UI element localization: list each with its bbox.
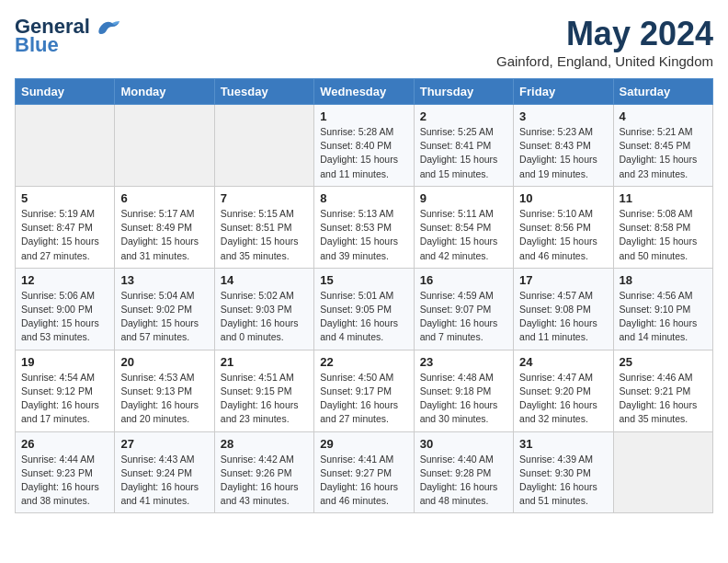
day-info: Sunrise: 4:50 AM Sunset: 9:17 PM Dayligh… (320, 371, 407, 427)
calendar-cell: 30Sunrise: 4:40 AM Sunset: 9:28 PM Dayli… (414, 431, 513, 513)
calendar-cell: 22Sunrise: 4:50 AM Sunset: 9:17 PM Dayli… (314, 350, 414, 431)
day-number: 28 (221, 437, 308, 451)
day-info: Sunrise: 4:54 AM Sunset: 9:12 PM Dayligh… (21, 371, 108, 427)
day-number: 3 (519, 109, 607, 123)
day-info: Sunrise: 4:48 AM Sunset: 9:18 PM Dayligh… (420, 371, 507, 427)
day-number: 19 (21, 355, 108, 369)
day-info: Sunrise: 4:59 AM Sunset: 9:07 PM Dayligh… (420, 289, 507, 345)
day-info: Sunrise: 5:23 AM Sunset: 8:43 PM Dayligh… (519, 125, 607, 181)
header-wednesday: Wednesday (314, 79, 414, 105)
day-number: 29 (320, 437, 407, 451)
day-number: 15 (320, 273, 407, 287)
day-info: Sunrise: 4:46 AM Sunset: 9:21 PM Dayligh… (620, 371, 707, 427)
calendar-cell: 12Sunrise: 5:06 AM Sunset: 9:00 PM Dayli… (16, 268, 115, 350)
day-number: 11 (620, 191, 707, 205)
calendar-cell: 14Sunrise: 5:02 AM Sunset: 9:03 PM Dayli… (214, 268, 313, 350)
calendar-cell: 23Sunrise: 4:48 AM Sunset: 9:18 PM Dayli… (414, 350, 513, 431)
day-number: 9 (420, 191, 507, 205)
calendar-cell: 2Sunrise: 5:25 AM Sunset: 8:41 PM Daylig… (414, 105, 513, 187)
day-info: Sunrise: 5:01 AM Sunset: 9:05 PM Dayligh… (320, 289, 407, 345)
calendar-cell: 18Sunrise: 4:56 AM Sunset: 9:10 PM Dayli… (613, 268, 712, 350)
day-info: Sunrise: 5:28 AM Sunset: 8:40 PM Dayligh… (320, 125, 407, 181)
calendar-week-row: 1Sunrise: 5:28 AM Sunset: 8:40 PM Daylig… (16, 105, 713, 187)
day-info: Sunrise: 5:10 AM Sunset: 8:56 PM Dayligh… (519, 207, 607, 263)
day-info: Sunrise: 5:19 AM Sunset: 8:47 PM Dayligh… (21, 207, 108, 263)
calendar-header-row: SundayMondayTuesdayWednesdayThursdayFrid… (16, 79, 713, 105)
location-text: Gainford, England, United Kingdom (496, 53, 713, 69)
calendar-cell: 7Sunrise: 5:15 AM Sunset: 8:51 PM Daylig… (214, 186, 313, 268)
page-header: General Blue May 2024 Gainford, England,… (15, 15, 713, 69)
day-info: Sunrise: 5:02 AM Sunset: 9:03 PM Dayligh… (221, 289, 308, 345)
calendar-cell: 31Sunrise: 4:39 AM Sunset: 9:30 PM Dayli… (514, 431, 613, 513)
calendar-week-row: 5Sunrise: 5:19 AM Sunset: 8:47 PM Daylig… (16, 186, 713, 268)
day-number: 7 (221, 191, 308, 205)
day-number: 12 (21, 273, 108, 287)
day-info: Sunrise: 5:11 AM Sunset: 8:54 PM Dayligh… (420, 207, 507, 263)
calendar-week-row: 26Sunrise: 4:44 AM Sunset: 9:23 PM Dayli… (16, 431, 713, 513)
day-info: Sunrise: 4:39 AM Sunset: 9:30 PM Dayligh… (519, 453, 607, 509)
day-number: 22 (320, 355, 407, 369)
day-info: Sunrise: 4:51 AM Sunset: 9:15 PM Dayligh… (221, 371, 308, 427)
calendar-cell: 4Sunrise: 5:21 AM Sunset: 8:45 PM Daylig… (613, 105, 712, 187)
day-info: Sunrise: 5:04 AM Sunset: 9:02 PM Dayligh… (120, 289, 208, 345)
day-number: 1 (320, 109, 407, 123)
calendar-cell: 3Sunrise: 5:23 AM Sunset: 8:43 PM Daylig… (514, 105, 613, 187)
calendar-cell: 6Sunrise: 5:17 AM Sunset: 8:49 PM Daylig… (115, 186, 214, 268)
day-number: 24 (519, 355, 607, 369)
day-info: Sunrise: 4:57 AM Sunset: 9:08 PM Dayligh… (519, 289, 607, 345)
day-number: 27 (120, 437, 208, 451)
day-info: Sunrise: 4:40 AM Sunset: 9:28 PM Dayligh… (420, 453, 507, 509)
calendar-cell: 9Sunrise: 5:11 AM Sunset: 8:54 PM Daylig… (414, 186, 513, 268)
day-number: 14 (221, 273, 308, 287)
day-number: 18 (620, 273, 707, 287)
month-year-title: May 2024 (496, 15, 713, 53)
day-info: Sunrise: 5:08 AM Sunset: 8:58 PM Dayligh… (620, 207, 707, 263)
calendar-week-row: 19Sunrise: 4:54 AM Sunset: 9:12 PM Dayli… (16, 350, 713, 431)
calendar-cell: 29Sunrise: 4:41 AM Sunset: 9:27 PM Dayli… (314, 431, 414, 513)
day-number: 8 (320, 191, 407, 205)
day-info: Sunrise: 5:15 AM Sunset: 8:51 PM Dayligh… (221, 207, 308, 263)
day-info: Sunrise: 4:44 AM Sunset: 9:23 PM Dayligh… (21, 453, 108, 509)
day-number: 23 (420, 355, 507, 369)
day-number: 25 (620, 355, 707, 369)
calendar-cell: 1Sunrise: 5:28 AM Sunset: 8:40 PM Daylig… (314, 105, 414, 187)
calendar-cell (115, 105, 214, 187)
calendar-cell: 21Sunrise: 4:51 AM Sunset: 9:15 PM Dayli… (214, 350, 313, 431)
header-monday: Monday (115, 79, 214, 105)
calendar-cell: 13Sunrise: 5:04 AM Sunset: 9:02 PM Dayli… (115, 268, 214, 350)
calendar-cell: 20Sunrise: 4:53 AM Sunset: 9:13 PM Dayli… (115, 350, 214, 431)
day-number: 2 (420, 109, 507, 123)
day-info: Sunrise: 4:43 AM Sunset: 9:24 PM Dayligh… (120, 453, 208, 509)
day-number: 21 (221, 355, 308, 369)
day-number: 6 (120, 191, 208, 205)
calendar-cell: 24Sunrise: 4:47 AM Sunset: 9:20 PM Dayli… (514, 350, 613, 431)
day-number: 4 (620, 109, 707, 123)
calendar-cell: 16Sunrise: 4:59 AM Sunset: 9:07 PM Dayli… (414, 268, 513, 350)
day-info: Sunrise: 4:41 AM Sunset: 9:27 PM Dayligh… (320, 453, 407, 509)
day-info: Sunrise: 5:06 AM Sunset: 9:00 PM Dayligh… (21, 289, 108, 345)
day-info: Sunrise: 5:13 AM Sunset: 8:53 PM Dayligh… (320, 207, 407, 263)
day-info: Sunrise: 4:47 AM Sunset: 9:20 PM Dayligh… (519, 371, 607, 427)
calendar-cell: 17Sunrise: 4:57 AM Sunset: 9:08 PM Dayli… (514, 268, 613, 350)
calendar-cell (16, 105, 115, 187)
header-saturday: Saturday (613, 79, 712, 105)
day-info: Sunrise: 4:56 AM Sunset: 9:10 PM Dayligh… (620, 289, 707, 345)
day-number: 31 (519, 437, 607, 451)
calendar-cell: 25Sunrise: 4:46 AM Sunset: 9:21 PM Dayli… (613, 350, 712, 431)
day-info: Sunrise: 5:17 AM Sunset: 8:49 PM Dayligh… (120, 207, 208, 263)
day-number: 16 (420, 273, 507, 287)
calendar-cell: 5Sunrise: 5:19 AM Sunset: 8:47 PM Daylig… (16, 186, 115, 268)
header-thursday: Thursday (414, 79, 513, 105)
calendar-cell: 19Sunrise: 4:54 AM Sunset: 9:12 PM Dayli… (16, 350, 115, 431)
day-info: Sunrise: 5:25 AM Sunset: 8:41 PM Dayligh… (420, 125, 507, 181)
day-info: Sunrise: 4:53 AM Sunset: 9:13 PM Dayligh… (120, 371, 208, 427)
calendar-week-row: 12Sunrise: 5:06 AM Sunset: 9:00 PM Dayli… (16, 268, 713, 350)
day-number: 10 (519, 191, 607, 205)
calendar-cell: 8Sunrise: 5:13 AM Sunset: 8:53 PM Daylig… (314, 186, 414, 268)
calendar-cell (613, 431, 712, 513)
day-info: Sunrise: 5:21 AM Sunset: 8:45 PM Dayligh… (620, 125, 707, 181)
header-sunday: Sunday (16, 79, 115, 105)
calendar-cell: 11Sunrise: 5:08 AM Sunset: 8:58 PM Dayli… (613, 186, 712, 268)
calendar-cell: 15Sunrise: 5:01 AM Sunset: 9:05 PM Dayli… (314, 268, 414, 350)
header-friday: Friday (514, 79, 613, 105)
